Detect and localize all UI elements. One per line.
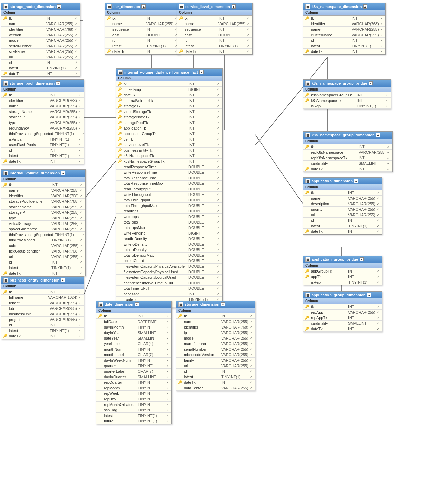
table-header-tier[interactable]: ▦ tier_dimension ▲ — [105, 3, 180, 10]
expand-btn[interactable]: ▲ — [221, 302, 225, 306]
table-row: storageName VARCHAR(255) ✓ — [1, 204, 85, 210]
table-row: accessed INT ✓ — [116, 291, 222, 297]
table-row: fullDate DATETIME ✓ — [96, 319, 171, 324]
table-row: type VARCHAR(255) ✓ — [1, 215, 85, 221]
table-row: 🔑 tk INT ✓ — [1, 289, 84, 295]
table-row: 🔑 tierTk INT ✓ — [116, 136, 222, 142]
table-row: cost DOUBLE ✓ — [105, 32, 180, 38]
table-icon: ▦ — [3, 171, 8, 175]
expand-btn[interactable]: ▲ — [363, 4, 367, 9]
table-row: dayInYear SMALLINT ✓ — [96, 330, 171, 335]
table-row: 🔑 storagePoolTk INT ✓ — [116, 120, 222, 125]
table-header-service-level[interactable]: ▦ service_level_dimension ▲ — [177, 3, 252, 10]
table-row: dayInWeekNum TINYINT ✓ — [96, 358, 171, 363]
expand-btn[interactable]: ▲ — [61, 278, 65, 282]
table-icon: ▦ — [305, 133, 310, 137]
expand-btn[interactable]: ▲ — [141, 4, 146, 9]
table-row: totalResponseTimeMax DOUBLE ✓ — [116, 181, 222, 186]
table-row: totalThroughputMax DOUBLE ✓ — [116, 203, 222, 208]
table-row: id INT ✓ — [303, 38, 385, 43]
table-internal-volume-dimension: ▦ internal_volume_dimension ▲ Column 🔑 t… — [1, 169, 86, 276]
expand-btn[interactable]: ▲ — [199, 70, 204, 74]
table-row: future TINYINT(1) ✓ — [96, 418, 171, 424]
table-header-internal-volume[interactable]: ▦ internal_volume_dimension ▲ — [1, 170, 85, 177]
table-icon: ▦ — [3, 81, 8, 86]
table-header-storage-node[interactable]: ▦ storage_node_dimension ▲ — [1, 3, 80, 10]
table-row: 🔑 dateTk INT ✓ — [303, 229, 382, 234]
table-row: isRep TINYINT(1) ✓ — [303, 279, 382, 285]
table-row: 🔑 appTk INT ✓ — [303, 274, 382, 279]
table-row: objectCount DOUBLE ✓ — [116, 258, 222, 264]
expand-btn[interactable]: ▲ — [369, 81, 373, 85]
table-row: url VARCHAR(255) ✓ — [176, 363, 255, 369]
table-header-application[interactable]: ▦ application_dimension ▲ — [303, 178, 382, 184]
expand-btn[interactable]: ▲ — [367, 293, 371, 297]
table-row: 🔑 dateTk INT ✓ — [176, 380, 255, 385]
table-tier-dimension: ▦ tier_dimension ▲ Column 🔑 tk INT ✓ nam… — [105, 3, 180, 55]
expand-btn[interactable]: ▲ — [61, 171, 65, 175]
expand-btn[interactable]: ▲ — [354, 179, 358, 183]
table-row: 🔑 dateTk INT ✓ — [105, 49, 180, 54]
table-row: 🔑 dateTk INT ✓ — [1, 333, 84, 339]
table-row: redundancy VARCHAR(255) ✓ — [1, 125, 84, 131]
fk-icon: 🔑 — [3, 72, 8, 75]
table-row: fullname VARCHAR(1024) ✓ — [1, 295, 84, 300]
table-row: id INT ✓ — [303, 218, 382, 223]
table-icon: ▦ — [305, 179, 310, 183]
table-row: model VARCHAR(255) ✓ — [176, 335, 255, 341]
table-row: repMonthOrLatest TINYINT ✓ — [96, 402, 171, 407]
column-header: Column — [96, 308, 171, 313]
table-row: id INT ✓ — [1, 259, 85, 265]
table-row: filesystemCapacityLogicalUsed DOUBLE ✓ — [116, 275, 222, 280]
table-header-k8s-namespace-group-bridge[interactable]: ▦ k8s_namespace_group_bridge ▲ — [303, 80, 391, 87]
table-header-k8s-namespace[interactable]: ▦ k8s_namespace_dimension ▲ — [303, 3, 385, 10]
table-icon: ▦ — [179, 4, 184, 9]
expand-btn[interactable]: ▲ — [360, 257, 364, 261]
table-row: name VARCHAR(255) ✓ — [1, 21, 80, 27]
table-row: 🔑 k8sNamespaceGroupTk INT ✓ — [303, 92, 391, 98]
table-row: usesFlashPools TINYINT(1) ✓ — [1, 142, 84, 148]
table-row: repDay TINYINT ✓ — [96, 396, 171, 402]
table-row: 🔑 tk INT ✓ — [177, 16, 252, 21]
table-row: latest TINYINT(1) ✓ — [1, 153, 84, 159]
table-header-app-group-dim[interactable]: ▦ application_group_dimension ▲ — [303, 292, 382, 298]
table-row: serialNumber VARCHAR(255) ✓ — [1, 43, 80, 49]
expand-btn[interactable]: ▲ — [135, 302, 139, 306]
expand-btn[interactable]: ▲ — [232, 4, 236, 9]
table-row: 🔑 tk INT ✓ — [176, 313, 255, 319]
table-row: 🔑 repAppTk INT ✓ — [303, 315, 382, 321]
svg-line-16 — [255, 135, 303, 204]
column-header: Column — [1, 177, 85, 182]
expand-btn[interactable]: ▲ — [376, 133, 380, 137]
expand-btn[interactable]: ▲ — [57, 4, 61, 9]
table-header-app-group-bridge[interactable]: ▦ application_group_bridge ▲ — [303, 256, 382, 263]
table-row: totalThroughput DOUBLE ✓ — [116, 197, 222, 203]
table-header-fact[interactable]: ▦ internal_volume_daily_performance_fact… — [116, 69, 222, 76]
table-row: id INT ✓ — [1, 322, 84, 328]
table-row: yearLabel CHAR(4) ✓ — [96, 341, 171, 346]
table-row: businessUnit VARCHAR(255) ✓ — [1, 311, 84, 317]
table-header-storage[interactable]: ▦ storage_dimension ▲ — [176, 301, 255, 308]
column-header: Column — [1, 284, 84, 289]
table-row: writeIoDensity DOUBLE ✓ — [116, 241, 222, 247]
table-row: totalResponseTime DOUBLE ✓ — [116, 175, 222, 181]
expand-btn[interactable]: ▲ — [56, 81, 60, 85]
table-row: latest TINYINT(1) ✓ — [1, 328, 84, 333]
table-header-date[interactable]: ▦ date_dimension ▲ — [96, 301, 171, 308]
table-k8s-namespace-group-bridge: ▦ k8s_namespace_group_bridge ▲ Column 🔑 … — [303, 79, 391, 109]
table-row: 🔑 tk INT ✓ — [1, 182, 85, 188]
table-header-business-entity[interactable]: ▦ business_entity_dimension ▲ — [1, 277, 84, 284]
table-row: totalIopsMax DOUBLE ✓ — [116, 225, 222, 230]
column-header: Column — [303, 184, 382, 190]
table-row: storageIP VARCHAR(255) ✓ — [1, 114, 84, 120]
table-header-storage-pool[interactable]: ▦ storage_pool_dimension ▲ — [1, 80, 84, 87]
table-row: readThroughput DOUBLE ✓ — [116, 186, 222, 192]
table-header-k8s-namespace-group-dim[interactable]: ▦ k8s_namespace_group_dimension ▲ — [303, 132, 392, 139]
table-row: dayInMonth TINYINT ✓ — [96, 324, 171, 330]
table-row: flexGroupIdentifier VARCHAR(768) ✓ — [1, 248, 85, 254]
column-header: Column — [177, 10, 252, 16]
table-row: version VARCHAR(255) ✓ — [1, 32, 80, 38]
table-row: writeThroughput DOUBLE ✓ — [116, 192, 222, 197]
table-row: 🔑 tk INT ✓ — [96, 313, 171, 319]
table-row: isRep TINYINT(1) ✓ — [303, 103, 391, 109]
